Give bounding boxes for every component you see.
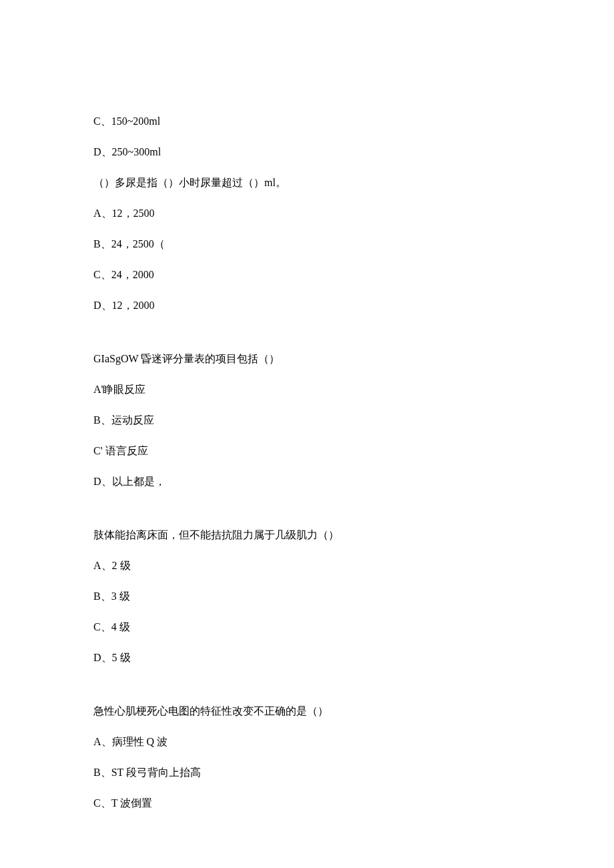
option-b: B、运动反应	[93, 412, 521, 428]
option-d: D、以上都是，	[93, 474, 521, 490]
option-c: C、T 波倒置	[93, 795, 521, 811]
option-b: B、24，2500（	[93, 236, 521, 252]
option-d: D、250~300ml	[93, 144, 521, 160]
question-stem: 急性心肌梗死心电图的特征性改变不正确的是（）	[93, 703, 521, 719]
option-d: D、12，2000	[93, 298, 521, 314]
option-a: A、2 级	[93, 558, 521, 574]
option-a: A、12，2500	[93, 205, 521, 222]
question-stem: 肢体能抬离床面，但不能拮抗阻力属于几级肌力（）	[93, 527, 521, 543]
question-stem: （）多尿是指（）小时尿量超过（）ml。	[93, 175, 521, 191]
option-b: B、ST 段弓背向上抬高	[93, 765, 521, 781]
option-b: B、3 级	[93, 588, 521, 604]
question-stem: GIaSgOW 昏迷评分量表的项目包括（）	[93, 351, 521, 367]
option-c: C、4 级	[93, 619, 521, 635]
option-c: C' 语言反应	[93, 443, 521, 459]
option-a: A'睁眼反应	[93, 382, 521, 398]
option-c: C、150~200ml	[93, 113, 521, 129]
option-d: D、5 级	[93, 650, 521, 666]
option-c: C、24，2000	[93, 267, 521, 283]
option-a: A、病理性 Q 波	[93, 734, 521, 750]
